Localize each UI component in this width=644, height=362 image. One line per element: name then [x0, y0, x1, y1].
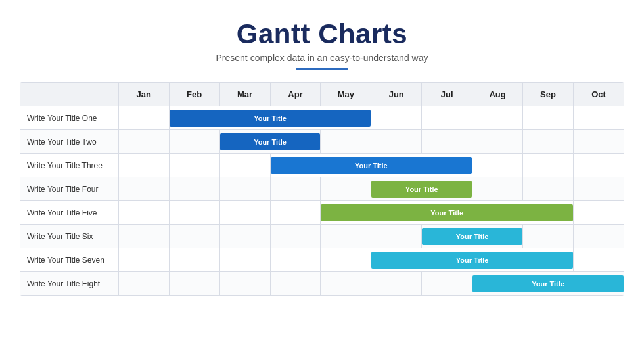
- empty-cell-0-6: [422, 106, 472, 130]
- empty-cell-7-4: [321, 272, 371, 296]
- header-label-col: [20, 83, 119, 106]
- empty-cell-5-2: [219, 225, 270, 248]
- header-month-may: May: [321, 83, 371, 106]
- row-label-2: Write Your Title Three: [20, 154, 119, 177]
- empty-cell-6-1: [169, 248, 219, 272]
- empty-cell-7-6: [422, 272, 472, 296]
- header-month-jan: Jan: [118, 83, 169, 106]
- empty-cell-0-8: [523, 106, 574, 130]
- header-month-apr: Apr: [270, 83, 321, 106]
- header-month-aug: Aug: [472, 83, 523, 106]
- empty-cell-1-4: [321, 130, 371, 154]
- bar-0: Your Title: [170, 110, 371, 127]
- bar-7: Your Title: [472, 275, 624, 292]
- empty-cell-3-9: [573, 177, 624, 201]
- empty-cell-3-3: [270, 177, 321, 201]
- empty-cell-3-0: [118, 177, 169, 201]
- empty-cell-1-7: [472, 130, 523, 154]
- bar-5: Your Title: [422, 228, 522, 245]
- header: Gantt Charts Present complex data in an …: [216, 18, 428, 70]
- table-row: Write Your Title EightYour Title: [20, 272, 624, 296]
- row-label-6: Write Your Title Seven: [20, 248, 119, 272]
- row-label-1: Write Your Title Two: [20, 130, 119, 154]
- empty-cell-6-4: [321, 248, 371, 272]
- empty-cell-2-1: [169, 154, 219, 177]
- table-row: Write Your Title FiveYour Title: [20, 201, 624, 225]
- empty-cell-4-2: [219, 201, 270, 225]
- empty-cell-5-8: [523, 225, 574, 248]
- bar-cell-0: Your Title: [169, 106, 371, 130]
- empty-cell-2-9: [573, 154, 624, 177]
- gantt-chart: JanFebMarAprMayJunJulAugSepOctWrite Your…: [20, 82, 624, 296]
- table-row: Write Your Title ThreeYour Title: [20, 154, 624, 177]
- empty-cell-0-9: [573, 106, 624, 130]
- bar-cell-4: Your Title: [321, 201, 574, 225]
- table-row: Write Your Title SixYour Title: [20, 225, 624, 248]
- bar-3: Your Title: [371, 181, 472, 198]
- empty-cell-3-4: [321, 177, 371, 201]
- empty-cell-1-5: [371, 130, 422, 154]
- header-month-feb: Feb: [169, 83, 219, 106]
- empty-cell-6-2: [219, 248, 270, 272]
- empty-cell-4-0: [118, 201, 169, 225]
- table-row: Write Your Title SevenYour Title: [20, 248, 624, 272]
- header-month-jul: Jul: [422, 83, 472, 106]
- bar-cell-6: Your Title: [371, 248, 574, 272]
- empty-cell-1-9: [573, 130, 624, 154]
- empty-cell-3-8: [523, 177, 574, 201]
- empty-cell-7-1: [169, 272, 219, 296]
- page: Gantt Charts Present complex data in an …: [0, 0, 644, 362]
- empty-cell-5-9: [573, 225, 624, 248]
- empty-cell-3-2: [219, 177, 270, 201]
- header-month-mar: Mar: [219, 83, 270, 106]
- title-underline: [296, 68, 348, 70]
- empty-cell-0-7: [472, 106, 523, 130]
- bar-cell-2: Your Title: [270, 154, 472, 177]
- bar-1: Your Title: [220, 133, 321, 150]
- empty-cell-6-3: [270, 248, 321, 272]
- row-label-4: Write Your Title Five: [20, 201, 119, 225]
- empty-cell-7-0: [118, 272, 169, 296]
- empty-cell-4-1: [169, 201, 219, 225]
- table-row: Write Your Title TwoYour Title: [20, 130, 624, 154]
- empty-cell-2-2: [219, 154, 270, 177]
- empty-cell-5-1: [169, 225, 219, 248]
- empty-cell-6-9: [573, 248, 624, 272]
- empty-cell-7-3: [270, 272, 321, 296]
- empty-cell-5-3: [270, 225, 321, 248]
- bar-cell-3: Your Title: [371, 177, 472, 201]
- empty-cell-1-0: [118, 130, 169, 154]
- table-row: Write Your Title FourYour Title: [20, 177, 624, 201]
- empty-cell-4-9: [573, 201, 624, 225]
- row-label-3: Write Your Title Four: [20, 177, 119, 201]
- empty-cell-3-7: [472, 177, 523, 201]
- empty-cell-5-0: [118, 225, 169, 248]
- empty-cell-1-8: [523, 130, 574, 154]
- empty-cell-3-1: [169, 177, 219, 201]
- row-label-7: Write Your Title Eight: [20, 272, 119, 296]
- empty-cell-4-3: [270, 201, 321, 225]
- row-label-0: Write Your Title One: [20, 106, 119, 130]
- empty-cell-2-7: [472, 154, 523, 177]
- empty-cell-0-0: [118, 106, 169, 130]
- bar-cell-7: Your Title: [472, 272, 624, 296]
- page-subtitle: Present complex data in an easy-to-under…: [216, 53, 428, 63]
- table-row: Write Your Title OneYour Title: [20, 106, 624, 130]
- empty-cell-1-1: [169, 130, 219, 154]
- page-title: Gantt Charts: [216, 18, 428, 50]
- bar-6: Your Title: [371, 252, 573, 269]
- bar-cell-5: Your Title: [422, 225, 523, 248]
- bar-4: Your Title: [321, 204, 573, 221]
- row-label-5: Write Your Title Six: [20, 225, 119, 248]
- empty-cell-5-5: [371, 225, 422, 248]
- chart-table: JanFebMarAprMayJunJulAugSepOctWrite Your…: [20, 82, 624, 296]
- empty-cell-2-8: [523, 154, 574, 177]
- empty-cell-0-5: [371, 106, 422, 130]
- empty-cell-5-4: [321, 225, 371, 248]
- empty-cell-6-0: [118, 248, 169, 272]
- empty-cell-1-6: [422, 130, 472, 154]
- empty-cell-7-5: [371, 272, 422, 296]
- empty-cell-2-0: [118, 154, 169, 177]
- header-month-sep: Sep: [523, 83, 574, 106]
- bar-cell-1: Your Title: [219, 130, 321, 154]
